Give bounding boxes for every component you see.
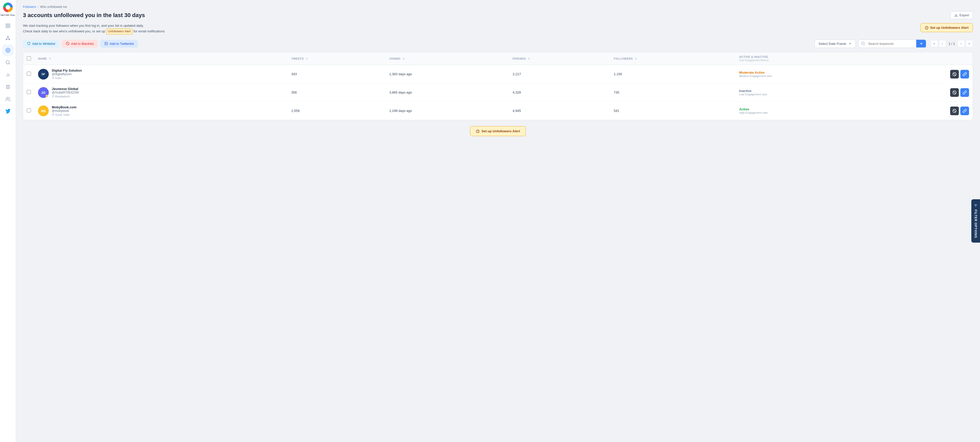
row3-checkbox-cell (23, 102, 35, 120)
search-input[interactable] (865, 40, 916, 48)
row1-user-info: Digital Fly Solution @digitalflysoin Ind… (52, 68, 82, 79)
th-name[interactable]: NAME ⇅ (35, 52, 288, 65)
row3-avatar: MB (38, 106, 49, 116)
setup-alert-button-bottom[interactable]: Set up Unfollowers Alert (470, 126, 526, 136)
sidebar-item-users[interactable] (2, 93, 14, 105)
svg-point-12 (6, 61, 9, 64)
bottom-alert-label: Set up Unfollowers Alert (482, 129, 520, 133)
svg-rect-2 (6, 26, 7, 28)
sidebar-item-chart[interactable] (2, 69, 14, 80)
row1-engagement: Moderate Active Medium Engagement user (735, 65, 947, 83)
row1-actions (947, 65, 973, 83)
row1-engagement-detail: Medium Engagement user (739, 74, 943, 78)
table-row: JG Jeunesse Global @ArafatR70632290 (23, 83, 973, 102)
search-submit-button[interactable] (916, 40, 926, 48)
th-joined[interactable]: JOINED ⇅ (386, 52, 509, 65)
svg-point-26 (862, 42, 864, 45)
row3-link-button[interactable] (960, 106, 969, 115)
pagination-last-button[interactable]: » (966, 40, 973, 47)
svg-line-27 (864, 44, 865, 45)
svg-point-17 (6, 97, 8, 99)
row2-engagement-status: Inactive (739, 89, 943, 93)
breadcrumb: Followers › Who unfollowed me (23, 5, 973, 9)
whitelist-button[interactable]: Add to Whitelist (23, 40, 59, 48)
row3-avatar-img: MB (38, 106, 49, 116)
alert-clock-icon-bottom (476, 130, 479, 133)
pagination-prev-button[interactable]: ‹ (939, 40, 946, 47)
filter-panel-label: FILTER OPTIONS (974, 209, 977, 238)
row1-tweets: 343 (288, 65, 386, 83)
svg-point-29 (53, 78, 54, 78)
row1-checkbox-cell (23, 65, 35, 83)
row2-block-button[interactable] (950, 88, 959, 97)
row1-link-button[interactable] (960, 70, 969, 79)
row2-friends: 4,328 (509, 83, 610, 102)
export-button[interactable]: Export (950, 11, 973, 19)
row2-avatar: JG (38, 87, 49, 98)
th-tweets[interactable]: TWEETS ⇅ (288, 52, 386, 65)
twitterlist-button[interactable]: Add to Twitterlist (100, 40, 138, 48)
pagination-next-button[interactable]: › (958, 40, 965, 47)
link-icon (963, 109, 967, 113)
row1-block-button[interactable] (950, 70, 959, 79)
svg-line-8 (8, 37, 10, 39)
date-frame-select[interactable]: Select Date Frame (815, 40, 856, 48)
twitterlist-label: Add to Twitterlist (110, 42, 134, 46)
row2-name: Jeunesse Global (52, 87, 79, 91)
row3-checkbox[interactable] (27, 108, 31, 112)
date-frame-label: Select Date Frame (818, 42, 846, 46)
location-icon (52, 95, 54, 98)
select-all-col (23, 52, 35, 65)
sidebar-item-network[interactable] (2, 32, 14, 44)
svg-point-11 (7, 49, 9, 51)
svg-point-39 (53, 114, 54, 115)
chevron-down-icon (848, 42, 852, 45)
sort-followers-icon: ⇅ (635, 57, 637, 60)
row1-name-cell: DF Digital Fly Solution @digitalflysoin … (35, 65, 288, 83)
row1-checkbox[interactable] (27, 71, 31, 76)
sidebar-item-analytics[interactable] (2, 44, 14, 56)
row1-joined: 1,383 days ago (386, 65, 509, 83)
row1-avatar: DF (38, 69, 49, 79)
th-friends[interactable]: FRIENDS ⇅ (509, 52, 610, 65)
row1-actions-cell (950, 70, 969, 79)
unfollowers-alert-link[interactable]: Unfollowers Alert (106, 29, 133, 35)
row3-block-button[interactable] (950, 106, 959, 115)
unfollowers-table: NAME ⇅ TWEETS ⇅ JOINED ⇅ FRIENDS (23, 52, 973, 120)
sidebar-item-dashboard[interactable] (2, 20, 14, 31)
setup-alert-button-top[interactable]: Set up Unfollowers Alert (921, 23, 973, 32)
svg-text:JG: JG (41, 91, 45, 95)
svg-line-7 (6, 37, 8, 39)
row2-actions-cell (950, 88, 969, 97)
row2-checkbox[interactable] (27, 90, 31, 94)
row3-name: MobyBook.com (52, 105, 76, 109)
select-all-checkbox[interactable] (27, 56, 31, 60)
svg-point-34 (53, 96, 54, 97)
sidebar-item-trash[interactable] (2, 81, 14, 92)
th-followers[interactable]: FOLLOWERS ⇅ (610, 52, 735, 65)
sort-friends-icon: ⇅ (528, 57, 530, 60)
page-header: 3 accounts unfollowed you in the last 30… (23, 11, 973, 19)
table-row: MB MobyBook.com @mobybook Surat, India (23, 102, 973, 120)
link-icon (963, 72, 967, 76)
filter-icon (974, 204, 977, 208)
th-engagement: ACTIVE & INACTIVE User Engagement Metric… (735, 52, 947, 65)
sort-tweets-icon: ⇅ (306, 57, 308, 60)
table-body: DF Digital Fly Solution @digitalflysoin … (23, 65, 973, 120)
pagination-first-button[interactable]: « (931, 40, 938, 47)
row2-engagement-detail: Low Engagement user (739, 93, 943, 96)
block-icon (953, 72, 956, 76)
breadcrumb-parent[interactable]: Followers (23, 5, 36, 9)
whitelist-label: Add to Whitelist (32, 42, 55, 46)
location-icon (52, 77, 54, 79)
svg-line-21 (67, 43, 68, 44)
info-line2: Check back daily to see who's unfollowed… (23, 29, 165, 35)
table-header: NAME ⇅ TWEETS ⇅ JOINED ⇅ FRIENDS (23, 52, 973, 65)
svg-text:MB: MB (41, 109, 46, 113)
row2-link-button[interactable] (960, 88, 969, 97)
sidebar-item-twitter[interactable] (2, 106, 14, 117)
filter-options-panel[interactable]: FILTER OPTIONS (971, 199, 980, 243)
row2-actions (947, 83, 973, 102)
blacklist-button[interactable]: Add to Blacklist (62, 40, 98, 48)
sidebar-item-search[interactable] (2, 57, 14, 68)
